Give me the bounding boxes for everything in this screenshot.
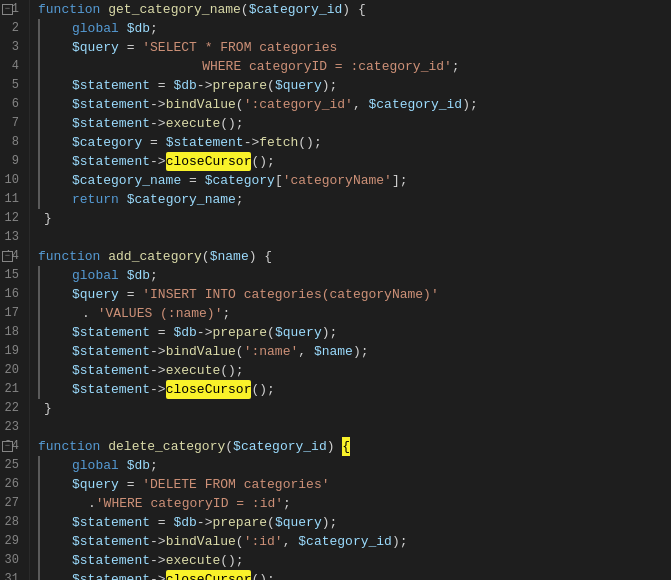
code-line-29: $statement->bindValue(':id', $category_i… bbox=[38, 532, 671, 551]
line-num-25: 25 bbox=[0, 456, 23, 475]
line-num-21: 21 bbox=[0, 380, 23, 399]
fold-line-1[interactable]: − 1 bbox=[0, 0, 23, 19]
code-line-6: $statement->bindValue(':category_id', $c… bbox=[38, 95, 671, 114]
line-num-27: 27 bbox=[0, 494, 23, 513]
code-line-16: $query = 'INSERT INTO categories(categor… bbox=[38, 285, 671, 304]
code-line-9: $statement->closeCursor(); bbox=[38, 152, 671, 171]
code-line-18: $statement = $db->prepare($query); bbox=[38, 323, 671, 342]
line-numbers: − 1 2 3 4 5 6 7 8 9 10 11 12 13 − 14 15 … bbox=[0, 0, 30, 580]
code-line-23 bbox=[38, 418, 671, 437]
line-num-3: 3 bbox=[0, 38, 23, 57]
line-num-4: 4 bbox=[0, 57, 23, 76]
line-num-18: 18 bbox=[0, 323, 23, 342]
code-line-1: function get_category_name($category_id)… bbox=[38, 0, 671, 19]
line-num-31: 31 bbox=[0, 570, 23, 580]
code-line-31: $statement->closeCursor(); bbox=[38, 570, 671, 580]
code-line-24: function delete_category($category_id) { bbox=[38, 437, 671, 456]
code-line-17: . 'VALUES (:name)'; bbox=[38, 304, 671, 323]
line-num-12: 12 bbox=[0, 209, 23, 228]
line-num-19: 19 bbox=[0, 342, 23, 361]
code-line-10: $category_name = $category['categoryName… bbox=[38, 171, 671, 190]
code-line-3: $query = 'SELECT * FROM categories bbox=[38, 38, 671, 57]
line-num-9: 9 bbox=[0, 152, 23, 171]
code-line-7: $statement->execute(); bbox=[38, 114, 671, 133]
code-editor: − 1 2 3 4 5 6 7 8 9 10 11 12 13 − 14 15 … bbox=[0, 0, 671, 580]
code-line-11: return $category_name; bbox=[38, 190, 671, 209]
code-line-21: $statement->closeCursor(); bbox=[38, 380, 671, 399]
code-content[interactable]: function get_category_name($category_id)… bbox=[30, 0, 671, 580]
line-num-15: 15 bbox=[0, 266, 23, 285]
line-num-23: 23 bbox=[0, 418, 23, 437]
line-num-17: 17 bbox=[0, 304, 23, 323]
code-line-27: .'WHERE categoryID = :id'; bbox=[38, 494, 671, 513]
code-line-12: } bbox=[38, 209, 671, 228]
line-num-29: 29 bbox=[0, 532, 23, 551]
line-num-10: 10 bbox=[0, 171, 23, 190]
line-num-26: 26 bbox=[0, 475, 23, 494]
code-line-8: $category = $statement->fetch(); bbox=[38, 133, 671, 152]
line-num-16: 16 bbox=[0, 285, 23, 304]
line-num-6: 6 bbox=[0, 95, 23, 114]
code-line-15: global $db; bbox=[38, 266, 671, 285]
code-line-5: $statement = $db->prepare($query); bbox=[38, 76, 671, 95]
line-num-30: 30 bbox=[0, 551, 23, 570]
code-line-4: WHERE categoryID = :category_id'; bbox=[38, 57, 671, 76]
code-line-22: } bbox=[38, 399, 671, 418]
code-line-25: global $db; bbox=[38, 456, 671, 475]
code-line-26: $query = 'DELETE FROM categories' bbox=[38, 475, 671, 494]
line-num-20: 20 bbox=[0, 361, 23, 380]
code-line-28: $statement = $db->prepare($query); bbox=[38, 513, 671, 532]
line-num-2: 2 bbox=[0, 19, 23, 38]
line-num-8: 8 bbox=[0, 133, 23, 152]
line-num-28: 28 bbox=[0, 513, 23, 532]
code-line-19: $statement->bindValue(':name', $name); bbox=[38, 342, 671, 361]
line-num-13: 13 bbox=[0, 228, 23, 247]
code-line-2: global $db; bbox=[38, 19, 671, 38]
line-num-11: 11 bbox=[0, 190, 23, 209]
line-num-22: 22 bbox=[0, 399, 23, 418]
line-num-5: 5 bbox=[0, 76, 23, 95]
fold-line-24[interactable]: − 24 bbox=[0, 437, 23, 456]
code-line-13 bbox=[38, 228, 671, 247]
fold-line-14[interactable]: − 14 bbox=[0, 247, 23, 266]
code-line-20: $statement->execute(); bbox=[38, 361, 671, 380]
line-num-7: 7 bbox=[0, 114, 23, 133]
code-line-30: $statement->execute(); bbox=[38, 551, 671, 570]
code-line-14: function add_category($name) { bbox=[38, 247, 671, 266]
